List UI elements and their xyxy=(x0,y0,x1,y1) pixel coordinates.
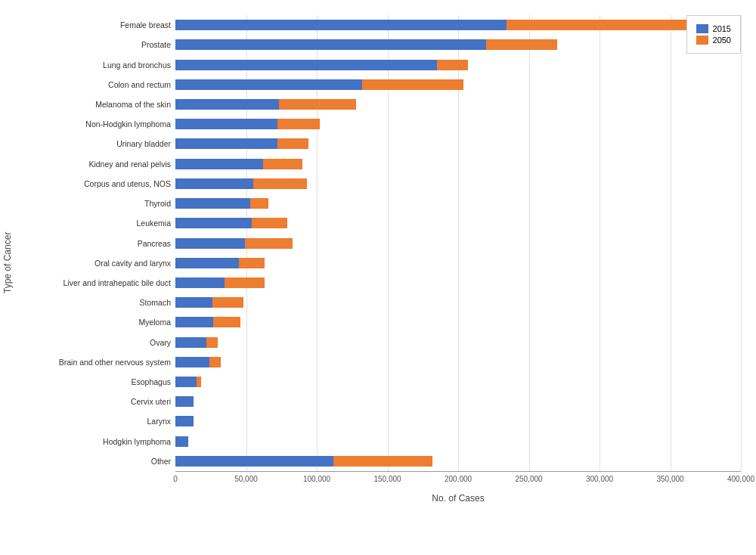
x-tick: 0 xyxy=(173,475,178,483)
bar-group xyxy=(175,337,741,348)
bar-group xyxy=(175,278,741,288)
grid-line xyxy=(741,15,742,471)
bar-group xyxy=(175,119,741,129)
bar-group xyxy=(175,396,741,407)
category-label: Larynx xyxy=(17,411,175,431)
category-label: Leukemia xyxy=(17,213,175,233)
bar-group xyxy=(175,159,741,169)
x-axis-title: No. of Cases xyxy=(175,493,741,504)
y-axis-label: Type of Cancer xyxy=(0,15,15,510)
bar-2015 xyxy=(175,238,245,249)
bar-2050 xyxy=(333,456,432,467)
bar-row xyxy=(175,333,741,352)
bar-2015 xyxy=(175,99,279,110)
bars-section xyxy=(175,15,741,471)
bar-row xyxy=(175,233,741,253)
x-tick: 400,000 xyxy=(727,475,754,483)
bar-2050 xyxy=(263,159,302,169)
bar-2015 xyxy=(175,258,239,268)
legend: 20152050 xyxy=(686,15,741,54)
bar-2050 xyxy=(250,198,268,209)
x-tick: 250,000 xyxy=(515,475,542,483)
bar-2050 xyxy=(277,119,320,129)
category-label: Esophagus xyxy=(17,372,175,392)
bar-group xyxy=(175,20,741,30)
x-axis-area: 050,000100,000150,000200,000250,000300,0… xyxy=(175,472,741,510)
category-label: Female breast xyxy=(17,15,175,35)
bar-2050 xyxy=(486,39,557,50)
bar-2050 xyxy=(245,238,293,249)
bar-2050 xyxy=(437,60,468,70)
chart-container: Type of Cancer Female breastProstateLung… xyxy=(0,0,756,555)
bar-2015 xyxy=(175,297,212,308)
category-label: Pancreas xyxy=(17,233,175,253)
bar-2015 xyxy=(175,159,263,169)
x-tick: 200,000 xyxy=(445,475,472,483)
bar-2015 xyxy=(175,278,225,288)
chart-body: Female breastProstateLung and bronchusCo… xyxy=(17,15,741,510)
x-tick: 100,000 xyxy=(303,475,330,483)
category-label: Hodgkin lymphoma xyxy=(17,432,175,451)
bar-group xyxy=(175,198,741,209)
category-label: Lung and bronchus xyxy=(17,54,175,74)
bar-2015 xyxy=(175,396,194,407)
bar-2050 xyxy=(279,99,357,110)
bar-2050 xyxy=(225,278,264,288)
x-tick: 150,000 xyxy=(373,475,401,483)
bar-row xyxy=(175,213,741,233)
legend-color-box xyxy=(696,36,708,45)
bar-row xyxy=(175,134,741,153)
category-label: Oral cavity and larynx xyxy=(17,253,175,273)
bar-2015 xyxy=(175,119,277,129)
bar-group xyxy=(175,238,741,249)
bar-group xyxy=(175,39,741,50)
bar-2015 xyxy=(175,20,507,30)
legend-color-box xyxy=(696,24,708,33)
category-label: Melanoma of the skin xyxy=(17,95,175,114)
bar-2015 xyxy=(175,436,188,447)
bar-row xyxy=(175,174,741,194)
bar-row xyxy=(175,432,741,451)
bar-2050 xyxy=(197,377,201,387)
category-label: Brain and other nervous system xyxy=(17,352,175,372)
bar-group xyxy=(175,258,741,268)
category-label: Corpus and uterus, NOS xyxy=(17,174,175,194)
bar-group xyxy=(175,357,741,367)
bar-2015 xyxy=(175,337,206,348)
bar-row xyxy=(175,194,741,213)
chart-area: Type of Cancer Female breastProstateLung… xyxy=(0,15,741,510)
legend-item: 2015 xyxy=(696,24,731,33)
bar-2050 xyxy=(206,337,218,348)
bar-2050 xyxy=(277,138,308,149)
bar-group xyxy=(175,218,741,228)
bar-2050 xyxy=(209,357,221,367)
bar-group xyxy=(175,456,741,467)
category-labels: Female breastProstateLung and bronchusCo… xyxy=(17,15,175,471)
x-ticks: 050,000100,000150,000200,000250,000300,0… xyxy=(175,472,741,487)
bar-row xyxy=(175,75,741,95)
bar-row xyxy=(175,372,741,392)
legend-label: 2050 xyxy=(713,36,731,45)
x-tick: 300,000 xyxy=(586,475,613,483)
bar-group xyxy=(175,60,741,70)
bar-group xyxy=(175,436,741,447)
bar-row xyxy=(175,35,741,54)
bar-row xyxy=(175,312,741,332)
legend-label: 2015 xyxy=(713,24,731,33)
bar-2015 xyxy=(175,218,252,228)
category-label: Prostate xyxy=(17,35,175,54)
bar-2015 xyxy=(175,198,250,209)
category-label: Myeloma xyxy=(17,312,175,332)
bar-2015 xyxy=(175,60,437,70)
bar-row xyxy=(175,293,741,312)
bar-2015 xyxy=(175,317,213,327)
category-label: Thyroid xyxy=(17,194,175,213)
category-label: Other xyxy=(17,451,175,471)
bar-row xyxy=(175,253,741,273)
bar-group xyxy=(175,317,741,327)
category-label: Non-Hodgkin lymphoma xyxy=(17,114,175,134)
bar-2015 xyxy=(175,456,333,467)
bar-group xyxy=(175,416,741,426)
bars-wrapper xyxy=(175,15,741,471)
bar-2050 xyxy=(253,178,307,189)
